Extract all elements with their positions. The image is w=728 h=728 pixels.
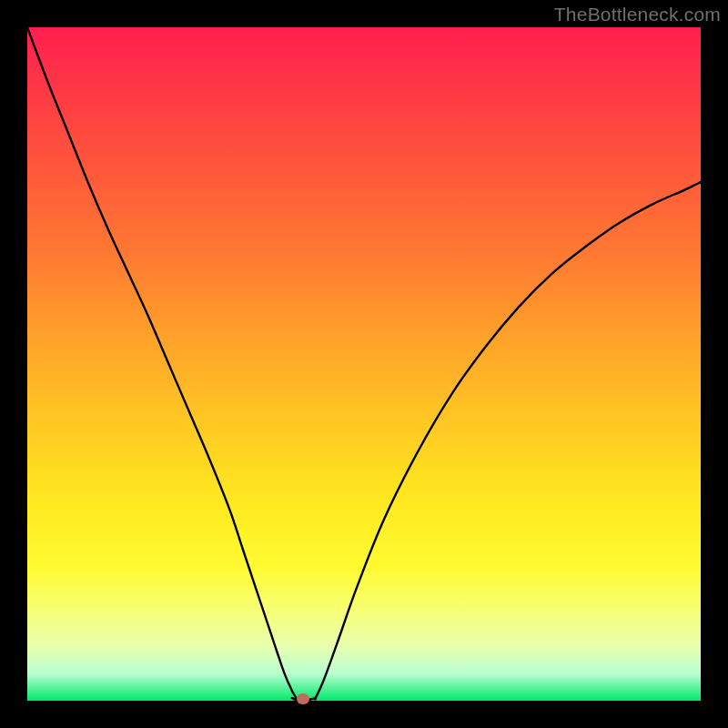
minimum-marker — [297, 693, 309, 704]
plot-area — [27, 27, 701, 701]
bottleneck-curve — [27, 27, 701, 700]
watermark-text: TheBottleneck.com — [554, 4, 721, 25]
chart-stage: TheBottleneck.com — [0, 0, 728, 728]
curve-layer — [27, 27, 701, 701]
